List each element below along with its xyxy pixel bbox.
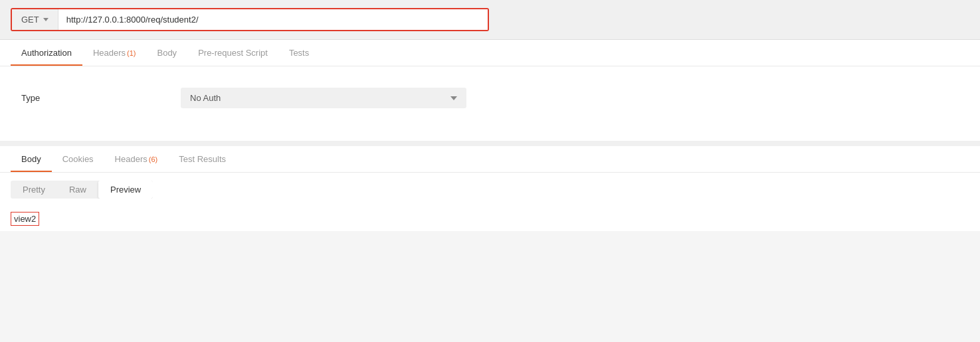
tab-pre-request-script[interactable]: Pre-request Script	[187, 40, 278, 66]
auth-type-chevron-icon	[450, 96, 457, 100]
auth-type-dropdown[interactable]: No Auth	[181, 88, 466, 108]
tab-authorization[interactable]: Authorization	[11, 40, 82, 66]
method-label: GET	[21, 15, 39, 25]
response-tabs: Body Cookies Headers(6) Test Results	[0, 146, 980, 173]
headers-badge: (1)	[127, 49, 136, 57]
response-tab-cookies[interactable]: Cookies	[52, 146, 104, 172]
format-preview-button[interactable]: Preview	[98, 181, 153, 199]
response-section: Body Cookies Headers(6) Test Results Pre…	[0, 146, 980, 231]
type-label: Type	[21, 93, 181, 103]
type-row: Type No Auth	[21, 88, 959, 108]
response-headers-badge: (6)	[149, 155, 157, 163]
auth-type-value: No Auth	[190, 93, 221, 103]
auth-content: Type No Auth	[0, 66, 980, 146]
preview-content: view2	[0, 207, 980, 231]
request-tabs: Authorization Headers(1) Body Pre-reques…	[0, 40, 980, 66]
url-bar-section: GET	[0, 0, 980, 40]
response-tab-body[interactable]: Body	[11, 146, 52, 172]
tab-tests[interactable]: Tests	[278, 40, 320, 66]
format-buttons: Pretty Raw Preview	[11, 181, 153, 199]
tab-headers[interactable]: Headers(1)	[82, 40, 147, 66]
url-bar-wrapper: GET	[11, 8, 489, 31]
url-input[interactable]	[58, 9, 488, 30]
response-tab-headers[interactable]: Headers(6)	[104, 146, 169, 172]
tab-body[interactable]: Body	[146, 40, 187, 66]
preview-text-value: view2	[11, 212, 39, 226]
response-tab-test-results[interactable]: Test Results	[168, 146, 237, 172]
format-raw-button[interactable]: Raw	[57, 181, 98, 199]
method-selector[interactable]: GET	[12, 9, 58, 30]
format-pretty-button[interactable]: Pretty	[11, 181, 57, 199]
method-chevron-icon	[43, 18, 49, 21]
